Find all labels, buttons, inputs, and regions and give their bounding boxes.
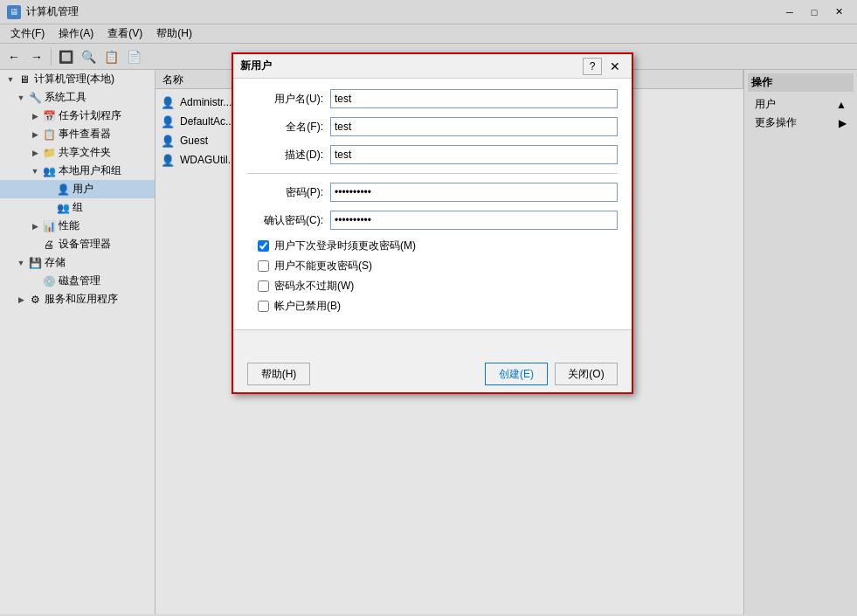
username-input[interactable] <box>330 89 618 108</box>
password-input[interactable] <box>330 183 618 202</box>
password-label: 密码(P): <box>247 185 330 200</box>
must-change-pw-row: 用户下次登录时须更改密码(M) <box>247 239 618 253</box>
description-label: 描述(D): <box>247 148 330 163</box>
username-row: 用户名(U): <box>247 89 618 108</box>
fullname-label: 全名(F): <box>247 120 330 135</box>
account-disabled-row: 帐户已禁用(B) <box>247 299 618 314</box>
cannot-change-pw-checkbox[interactable] <box>258 260 269 272</box>
dialog-titlebar: 新用户 ? ✕ <box>233 54 632 79</box>
dialog-right-buttons: 创建(E) 关闭(O) <box>485 363 618 385</box>
account-disabled-label: 帐户已禁用(B) <box>274 299 341 314</box>
must-change-pw-checkbox[interactable] <box>258 240 269 252</box>
pw-never-expires-label: 密码永不过期(W) <box>274 279 354 294</box>
dialog-title: 新用户 <box>240 59 583 73</box>
form-divider <box>247 173 618 174</box>
fullname-row: 全名(F): <box>247 117 618 136</box>
description-row: 描述(D): <box>247 145 618 164</box>
help-button[interactable]: 帮助(H) <box>247 363 310 385</box>
fullname-input[interactable] <box>330 117 618 136</box>
must-change-pw-label: 用户下次登录时须更改密码(M) <box>274 239 416 253</box>
dialog-close-action-button[interactable]: 关闭(O) <box>555 363 618 385</box>
dialog-close-button[interactable]: ✕ <box>605 58 625 75</box>
dialog-buttons: 帮助(H) 创建(E) 关闭(O) <box>233 356 632 392</box>
username-label: 用户名(U): <box>247 92 330 107</box>
pw-never-expires-row: 密码永不过期(W) <box>247 279 618 294</box>
cannot-change-pw-row: 用户不能更改密码(S) <box>247 259 618 273</box>
confirm-password-row: 确认密码(C): <box>247 211 618 230</box>
dialog-body: 用户名(U): 全名(F): 描述(D): 密码(P): 确认密码(C) <box>233 79 632 329</box>
dialog-overlay: 新用户 ? ✕ 用户名(U): 全名(F): 描述(D): <box>0 0 857 616</box>
password-row: 密码(P): <box>247 183 618 202</box>
confirm-password-label: 确认密码(C): <box>247 213 330 228</box>
dialog-help-icon-button[interactable]: ? <box>583 58 602 75</box>
pw-never-expires-checkbox[interactable] <box>258 280 269 292</box>
create-button[interactable]: 创建(E) <box>485 363 548 385</box>
cannot-change-pw-label: 用户不能更改密码(S) <box>274 259 372 273</box>
description-input[interactable] <box>330 145 618 164</box>
account-disabled-checkbox[interactable] <box>258 301 269 312</box>
confirm-password-input[interactable] <box>330 211 618 230</box>
new-user-dialog: 新用户 ? ✕ 用户名(U): 全名(F): 描述(D): <box>232 52 633 394</box>
dialog-footer-area <box>233 329 632 356</box>
